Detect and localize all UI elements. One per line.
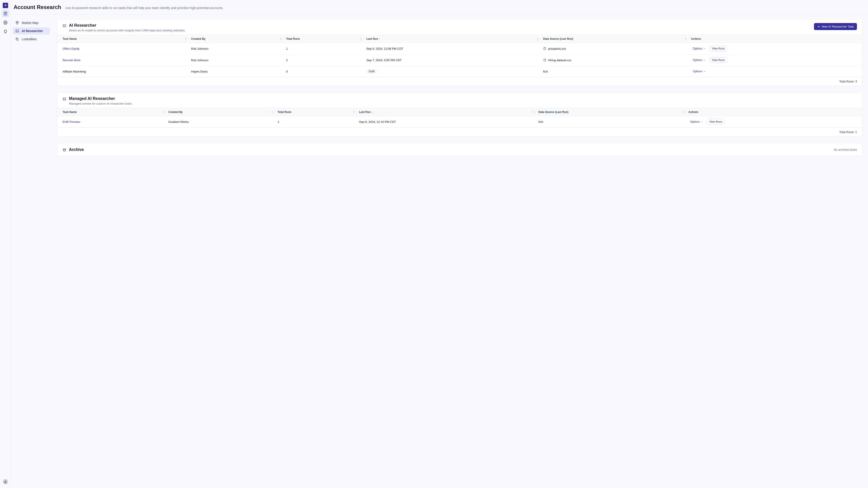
terminal-icon	[16, 29, 19, 33]
data-source-cell: N/A	[536, 116, 686, 128]
rail-lightbulb-icon[interactable]	[2, 28, 9, 35]
column-data-source[interactable]: Data Source (Last Run)⋮	[540, 35, 688, 43]
terminal-icon	[63, 24, 66, 28]
options-button[interactable]: Options	[691, 57, 708, 63]
page-header: Account Research Use AI-powered research…	[11, 0, 868, 15]
column-task-name[interactable]: Task Name⋮	[57, 35, 188, 43]
managed-ai-researcher-card: Managed AI Researcher Managed service fo…	[57, 92, 863, 137]
column-created-by[interactable]: Created By⋮	[188, 35, 283, 43]
task-link[interactable]: Remote Work	[63, 59, 81, 62]
column-menu-icon[interactable]: ⋮	[360, 37, 362, 40]
task-name: Affiliate Marketing	[63, 70, 86, 73]
icon-rail	[0, 0, 11, 488]
column-menu-icon[interactable]: ⋮	[279, 37, 282, 40]
svg-rect-5	[17, 38, 18, 40]
table-row: EHR PreviewGradient Works1Sep 8, 2024, 1…	[57, 116, 862, 128]
column-last-run[interactable]: Last Run↓⋮	[364, 35, 540, 43]
chevron-down-icon	[701, 121, 703, 123]
view-runs-button[interactable]: View Runs	[707, 119, 725, 125]
view-runs-button[interactable]: View Runs	[709, 57, 727, 63]
table-footer: Total Rows: 3	[57, 77, 862, 86]
file-icon	[543, 47, 546, 50]
task-link[interactable]: Offers Equity	[63, 47, 80, 51]
created-by-cell: Hayes Davis	[188, 66, 283, 77]
card-title: Archive	[69, 147, 84, 152]
table-row: Offers EquityRob Johnson1Sep 8, 2024, 12…	[57, 43, 862, 55]
rail-research-icon[interactable]	[2, 10, 9, 17]
table-row: Affiliate MarketingHayes Davis0DraftN/AO…	[57, 66, 862, 77]
column-last-run[interactable]: Last Run↓⋮	[356, 108, 536, 116]
created-by-cell: Rob Johnson	[188, 55, 283, 66]
last-run-cell: Sep 8, 2024, 12:06 PM CDT	[364, 43, 540, 55]
sidebar-item-market-map[interactable]: Market Map	[13, 19, 50, 26]
file-icon	[543, 59, 546, 62]
sidebar-item-label: AI Researcher	[22, 29, 43, 33]
svg-point-2	[5, 481, 6, 482]
sort-desc-icon: ↓	[372, 110, 373, 113]
created-by-cell: Rob Johnson	[188, 43, 283, 55]
column-task-name[interactable]: Task Name⋮	[57, 108, 166, 116]
sidebar-item-label: Lookalikes	[22, 37, 37, 41]
data-source-cell: Hiring dataset.csv	[540, 55, 688, 66]
chevron-down-icon	[703, 47, 706, 50]
draft-badge: Draft	[366, 69, 377, 74]
archive-card: Archive No archived tasks	[57, 143, 863, 156]
options-button[interactable]: Options	[688, 119, 705, 125]
options-button[interactable]: Options	[691, 46, 708, 51]
user-avatar[interactable]	[3, 479, 8, 484]
svg-rect-6	[63, 25, 66, 27]
data-source-cell: prospects.csv	[540, 43, 688, 55]
column-total-runs[interactable]: Total Runs⋮	[275, 108, 356, 116]
svg-point-1	[5, 22, 6, 23]
view-runs-button[interactable]: View Runs	[709, 46, 727, 52]
task-link[interactable]: EHR Preview	[63, 120, 80, 124]
card-subtitle: Direct an AI model to enrich accounts wi…	[69, 29, 186, 32]
rail-settings-icon[interactable]	[2, 19, 9, 26]
column-menu-icon[interactable]: ⋮	[536, 37, 539, 40]
column-menu-icon[interactable]: ⋮	[532, 110, 534, 113]
column-actions: Actions	[686, 108, 863, 116]
card-subtitle: Managed service for custom AI researcher…	[69, 102, 133, 105]
chevron-down-icon	[703, 59, 706, 61]
created-by-cell: Gradient Works	[166, 116, 275, 128]
last-run-cell: Draft	[364, 66, 540, 77]
app-logo[interactable]	[3, 3, 8, 8]
column-menu-icon[interactable]: ⋮	[684, 37, 687, 40]
page-subtitle: Use AI-powered research skills to run ta…	[65, 6, 223, 10]
data-source-cell: N/A	[540, 66, 688, 77]
total-runs-cell: 0	[283, 66, 364, 77]
card-title: Managed AI Researcher	[69, 96, 133, 101]
archive-empty-text: No archived tasks	[834, 148, 857, 151]
table-footer: Total Rows: 1	[57, 127, 862, 136]
column-data-source[interactable]: Data Source (Last Run)⋮	[536, 108, 686, 116]
plus-icon	[817, 25, 820, 28]
new-ai-researcher-task-button[interactable]: New AI Researcher Task	[814, 23, 857, 30]
card-title: AI Researcher	[69, 23, 186, 28]
column-menu-icon[interactable]: ⋮	[352, 110, 355, 113]
options-button[interactable]: Options	[691, 69, 708, 74]
sidebar: Market Map AI Researcher Lookalikes	[11, 15, 52, 488]
total-runs-cell: 1	[275, 116, 356, 128]
table-row: Remote WorkRob Johnson2Sep 7, 2024, 5:55…	[57, 55, 862, 66]
sidebar-item-ai-researcher[interactable]: AI Researcher	[13, 27, 50, 35]
archive-icon	[63, 148, 66, 152]
last-run-cell: Sep 7, 2024, 5:55 PM CDT	[364, 55, 540, 66]
column-menu-icon[interactable]: ⋮	[271, 110, 274, 113]
column-menu-icon[interactable]: ⋮	[682, 110, 684, 113]
total-runs-cell: 2	[283, 55, 364, 66]
column-menu-icon[interactable]: ⋮	[184, 37, 187, 40]
column-menu-icon[interactable]: ⋮	[162, 110, 164, 113]
page-title: Account Research	[13, 4, 61, 10]
pin-icon	[16, 21, 19, 25]
chevron-down-icon	[703, 70, 706, 73]
ai-researcher-table: Task Name⋮ Created By⋮ Total Runs⋮ Last …	[57, 35, 862, 77]
column-created-by[interactable]: Created By⋮	[166, 108, 275, 116]
sidebar-item-lookalikes[interactable]: Lookalikes	[13, 35, 50, 43]
svg-rect-4	[16, 30, 19, 32]
svg-point-3	[17, 22, 18, 23]
svg-rect-8	[63, 149, 66, 150]
column-actions: Actions	[688, 35, 862, 43]
sidebar-item-label: Market Map	[22, 21, 38, 25]
column-total-runs[interactable]: Total Runs⋮	[283, 35, 364, 43]
terminal-icon	[63, 97, 66, 101]
